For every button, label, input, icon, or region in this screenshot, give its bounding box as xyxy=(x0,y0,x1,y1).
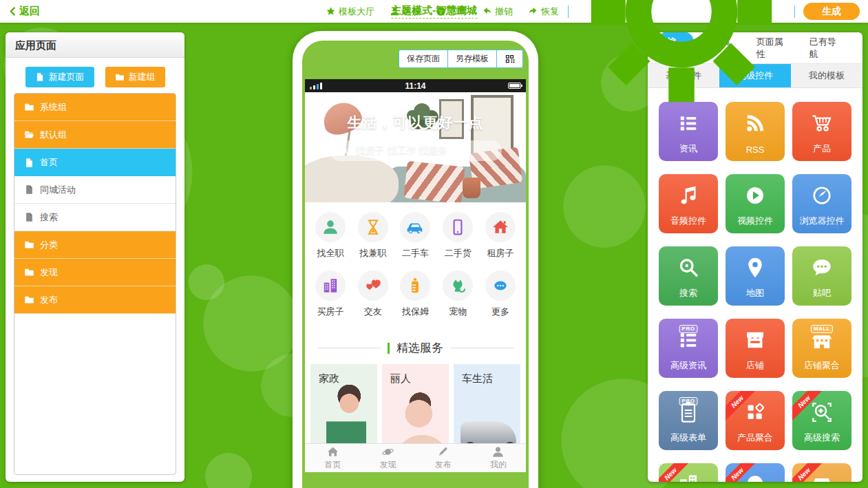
phone-icon xyxy=(449,218,467,236)
phone-tab-label: 我的 xyxy=(490,459,507,471)
shop-icon xyxy=(743,328,768,352)
service-item-label: 租房子 xyxy=(487,247,514,259)
service-item[interactable]: 买房子 xyxy=(309,270,352,318)
more-dots-icon xyxy=(491,277,509,295)
phone-tab[interactable]: 发现 xyxy=(360,444,415,472)
page-list-item[interactable]: 搜索 xyxy=(14,204,176,231)
service-item-label: 宠物 xyxy=(449,306,467,318)
topbar-action[interactable]: 模板大厅 xyxy=(318,6,382,18)
widget-tile[interactable]: 产品 xyxy=(792,102,851,161)
chat-icon xyxy=(809,255,834,280)
grid-diamond-icon xyxy=(743,400,768,425)
page-list-item[interactable]: 发布 xyxy=(14,286,176,314)
widget-tile[interactable]: PRO 高级表单 xyxy=(659,391,718,450)
widget-label: 音频控件 xyxy=(659,215,718,227)
buildings-icon xyxy=(321,277,339,295)
page-list-item[interactable]: 同城活动 xyxy=(14,176,176,204)
service-icon-grid: 找全职 找兼职 二手车 二手货 租房子 买房子 交友 找保姆 宠物 更多 xyxy=(305,202,526,325)
page-list-item[interactable]: 分类 xyxy=(14,231,176,259)
play-icon xyxy=(743,183,768,208)
widget-tile[interactable]: 音频控件 xyxy=(659,174,718,233)
service-item[interactable]: 二手货 xyxy=(436,212,479,259)
widget-tile[interactable]: 店铺 xyxy=(726,319,785,378)
widget-tile[interactable]: New xyxy=(726,463,785,482)
widget-tile[interactable]: PRO 高级资讯 xyxy=(659,319,718,378)
search-plus-icon xyxy=(809,400,834,425)
service-item[interactable]: 二手车 xyxy=(394,212,437,259)
page-list-item[interactable]: 首页 xyxy=(14,149,176,176)
widget-grid: 资讯 RSS 产品 音频控件 视频控件 浏览器控件 搜索 地图 xyxy=(648,88,862,482)
page-list-item-label: 发现 xyxy=(40,266,58,279)
chat-dots-icon xyxy=(743,472,768,482)
phone-tab-bar: 首页 发现 发布 我的 xyxy=(305,443,526,472)
service-item[interactable]: 交友 xyxy=(352,270,394,318)
panel-subtab[interactable]: 我的模板 xyxy=(791,64,862,87)
hero-banner[interactable]: 生活，可以更好一点 找房子 找工作 找服务 xyxy=(305,92,526,202)
panel-subtab-label: 我的模板 xyxy=(809,70,845,82)
widget-label: 贴吧 xyxy=(792,287,851,299)
service-item[interactable]: 宠物 xyxy=(436,270,479,318)
topbar-action[interactable]: 恢复 xyxy=(520,6,567,18)
service-item[interactable]: 找全职 xyxy=(309,212,352,259)
widget-tile[interactable]: New 高级搜索 xyxy=(792,391,851,450)
page-list-item[interactable]: 默认组 xyxy=(14,121,176,149)
new-group-label: 新建组 xyxy=(129,71,156,83)
qr-icon xyxy=(505,54,515,64)
widget-label: 产品 xyxy=(792,142,851,155)
hero-title: 生活，可以更好一点 xyxy=(348,113,484,132)
service-item[interactable]: 找保姆 xyxy=(394,270,437,318)
widget-tile[interactable]: 贴吧 xyxy=(792,246,851,306)
save-page-button[interactable]: 保存页面 xyxy=(399,50,448,68)
phone-tab-label: 首页 xyxy=(324,459,341,471)
back-button[interactable]: 返回 xyxy=(8,5,40,18)
service-item-label: 二手车 xyxy=(402,247,429,259)
cart-icon xyxy=(809,111,834,136)
search-bar[interactable]: 找房子 找工作 找服务 xyxy=(330,140,502,161)
house-icon xyxy=(491,218,509,236)
settings-button[interactable] xyxy=(570,0,793,115)
phone-tab[interactable]: 我的 xyxy=(471,444,526,472)
service-item[interactable]: 更多 xyxy=(479,270,522,318)
widget-tile[interactable]: New xyxy=(659,463,718,482)
city-icon xyxy=(676,472,701,482)
panel-tab[interactable]: 已有导航 xyxy=(800,32,853,65)
widget-tile[interactable]: 地图 xyxy=(726,246,785,306)
bottle-icon xyxy=(406,277,424,295)
service-item[interactable]: 找兼职 xyxy=(352,212,394,259)
phone-tab[interactable]: 首页 xyxy=(305,444,360,472)
topbar-action-label: 撤销 xyxy=(495,6,513,18)
accent-bar xyxy=(388,343,390,354)
folder-icon xyxy=(24,295,34,305)
topbar-action[interactable]: 撤销 xyxy=(474,6,520,18)
widget-label: 产品聚合 xyxy=(726,432,785,444)
new-page-button[interactable]: 新建页面 xyxy=(25,67,94,87)
person-icon xyxy=(491,445,505,458)
music-icon xyxy=(676,183,701,208)
phone-tab[interactable]: 发布 xyxy=(416,444,471,472)
undo-icon xyxy=(482,6,492,17)
card-label: 家政 xyxy=(319,372,339,385)
hourglass-icon xyxy=(364,218,382,236)
widget-tile[interactable]: 视频控件 xyxy=(726,174,785,233)
widget-tile[interactable]: New 产品聚合 xyxy=(726,391,785,450)
phone-mockup: 保存页面 另存模板 11:14 xyxy=(293,31,538,488)
page-list-item-label: 同城活动 xyxy=(40,184,76,196)
qr-code-button[interactable] xyxy=(496,50,523,68)
page-list-item-label: 系统组 xyxy=(40,101,67,114)
widget-tile[interactable]: 浏览器控件 xyxy=(792,174,851,233)
widget-tile[interactable]: New xyxy=(792,463,851,482)
tier-badge: PRO xyxy=(679,325,698,333)
widget-tile[interactable]: MALL 店铺聚合 xyxy=(792,319,851,378)
search-placeholder: 找房子 找工作 找服务 xyxy=(356,145,448,157)
widget-tile[interactable]: 搜索 xyxy=(659,246,718,306)
service-item-label: 二手货 xyxy=(445,247,472,259)
tier-badge: PRO xyxy=(679,397,698,405)
generate-button[interactable]: 生成 xyxy=(803,3,860,20)
page-list-item[interactable]: 系统组 xyxy=(14,94,176,121)
new-group-button[interactable]: 新建组 xyxy=(105,67,165,87)
folder-icon xyxy=(24,240,34,250)
folder-icon xyxy=(24,102,34,112)
save-as-template-button[interactable]: 另存模板 xyxy=(447,50,497,68)
service-item[interactable]: 租房子 xyxy=(479,212,522,259)
page-list-item[interactable]: 发现 xyxy=(14,259,176,286)
